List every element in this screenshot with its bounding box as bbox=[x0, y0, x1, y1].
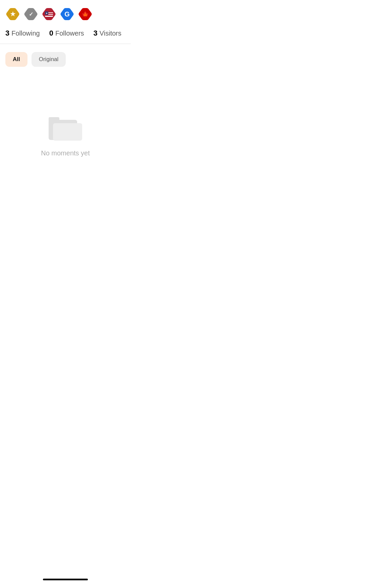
gold-star-badge[interactable]: ★ bbox=[5, 7, 20, 21]
visitors-label: Visitors bbox=[100, 30, 121, 37]
svg-text:✓: ✓ bbox=[29, 11, 33, 17]
following-count: 3 bbox=[5, 30, 9, 37]
svg-text:G: G bbox=[64, 10, 70, 18]
shield-gray-badge[interactable]: ✓ bbox=[23, 7, 38, 21]
followers-count: 0 bbox=[49, 30, 53, 37]
svg-text:🍁: 🍁 bbox=[81, 11, 89, 18]
badges-row: ★ ✓ ★ G 🍁 bbox=[0, 0, 131, 27]
stats-row: 3 Following 0 Followers 3 Visitors bbox=[0, 27, 131, 44]
filter-row: All Original bbox=[0, 44, 131, 72]
visitors-count: 3 bbox=[94, 30, 98, 37]
empty-state-text: No moments yet bbox=[41, 149, 90, 157]
maple-leaf-badge[interactable]: 🍁 bbox=[78, 7, 93, 21]
following-stat[interactable]: 3 Following bbox=[5, 30, 40, 37]
followers-stat[interactable]: 0 Followers bbox=[49, 30, 84, 37]
empty-state: No moments yet bbox=[0, 72, 131, 177]
svg-rect-11 bbox=[49, 117, 59, 122]
followers-label: Followers bbox=[55, 30, 84, 37]
visitors-stat[interactable]: 3 Visitors bbox=[94, 30, 121, 37]
letter-g-badge[interactable]: G bbox=[60, 7, 74, 21]
svg-text:★: ★ bbox=[46, 12, 48, 14]
flag-us-badge[interactable]: ★ bbox=[42, 7, 56, 21]
filter-all-button[interactable]: All bbox=[5, 52, 27, 67]
svg-rect-5 bbox=[45, 15, 53, 16]
filter-original-button[interactable]: Original bbox=[32, 52, 66, 67]
svg-rect-12 bbox=[53, 123, 82, 141]
folder-icon bbox=[47, 112, 84, 143]
svg-text:★: ★ bbox=[10, 11, 16, 17]
following-label: Following bbox=[11, 30, 40, 37]
